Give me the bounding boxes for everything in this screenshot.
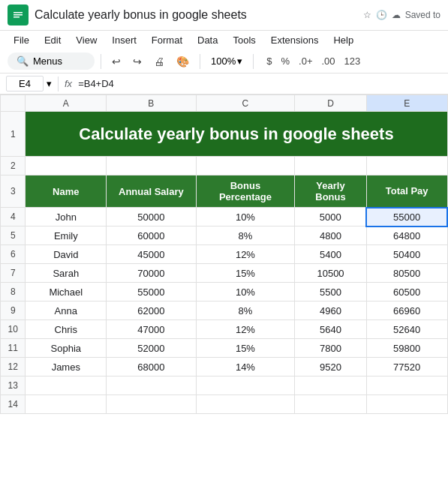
cell-a14[interactable]: [26, 395, 107, 414]
cell-c2[interactable]: [196, 157, 295, 176]
spreadsheet-title[interactable]: Calculate yearly bonus in google sheets: [26, 112, 447, 157]
col-total-header[interactable]: Total Pay: [366, 176, 447, 208]
col-header-b[interactable]: B: [107, 95, 197, 112]
row-header-1[interactable]: 1: [1, 112, 26, 157]
cell-a2[interactable]: [26, 157, 107, 176]
cell-b13[interactable]: [107, 376, 197, 395]
cloud-icon[interactable]: ☁: [392, 10, 401, 20]
row-header-5[interactable]: 5: [1, 226, 26, 245]
row-header-10[interactable]: 10: [1, 320, 26, 339]
col-name-header[interactable]: Name: [26, 176, 107, 208]
formula-input[interactable]: =B4+D4: [78, 78, 442, 89]
cell-name-3[interactable]: Sarah: [26, 264, 107, 283]
row-header-3[interactable]: 3: [1, 176, 26, 208]
menu-help[interactable]: Help: [327, 32, 359, 48]
row-header-6[interactable]: 6: [1, 245, 26, 264]
col-header-a[interactable]: A: [26, 95, 107, 112]
menu-view[interactable]: View: [70, 32, 103, 48]
row-header-14[interactable]: 14: [1, 395, 26, 414]
cell-bonus-5[interactable]: 8%: [196, 302, 295, 320]
cell-b14[interactable]: [107, 395, 197, 414]
col-salary-header[interactable]: Annual Salary: [107, 176, 197, 208]
col-header-d[interactable]: D: [295, 95, 367, 112]
cell-bonus-3[interactable]: 15%: [196, 264, 295, 283]
cell-yearly-2[interactable]: 5400: [295, 245, 367, 264]
row-header-9[interactable]: 9: [1, 302, 26, 320]
cell-bonus-6[interactable]: 12%: [196, 320, 295, 339]
cell-a13[interactable]: [26, 376, 107, 395]
cell-name-7[interactable]: Sophia: [26, 339, 107, 358]
cell-name-1[interactable]: Emily: [26, 226, 107, 245]
cell-total-2[interactable]: 50400: [366, 245, 447, 264]
cell-e14[interactable]: [366, 395, 447, 414]
cell-total-3[interactable]: 80500: [366, 264, 447, 283]
menu-insert[interactable]: Insert: [106, 32, 143, 48]
cell-yearly-8[interactable]: 9520: [295, 358, 367, 376]
cell-e2[interactable]: [366, 157, 447, 176]
paint-format-button[interactable]: 🎨: [172, 53, 194, 70]
redo-button[interactable]: ↪: [128, 53, 146, 70]
dec-increase-button[interactable]: .0+: [295, 53, 316, 69]
cell-name-0[interactable]: John: [26, 208, 107, 226]
cell-ref-dropdown[interactable]: ▾: [47, 78, 52, 89]
menu-tools[interactable]: Tools: [227, 32, 261, 48]
cell-salary-7[interactable]: 52000: [107, 339, 197, 358]
cell-bonus-0[interactable]: 10%: [196, 208, 295, 226]
row-header-2[interactable]: 2: [1, 157, 26, 176]
row-header-13[interactable]: 13: [1, 376, 26, 395]
cell-total-6[interactable]: 52640: [366, 320, 447, 339]
cell-yearly-1[interactable]: 4800: [295, 226, 367, 245]
cell-yearly-6[interactable]: 5640: [295, 320, 367, 339]
menus-search[interactable]: 🔍: [8, 52, 95, 70]
row-header-7[interactable]: 7: [1, 264, 26, 283]
history-icon[interactable]: 🕒: [376, 10, 387, 20]
cell-bonus-4[interactable]: 10%: [196, 283, 295, 302]
star-icon[interactable]: ☆: [363, 10, 371, 20]
cell-d2[interactable]: [295, 157, 367, 176]
cell-total-7[interactable]: 59800: [366, 339, 447, 358]
cell-bonus-1[interactable]: 8%: [196, 226, 295, 245]
dec-decrease-button[interactable]: .00: [317, 53, 338, 69]
cell-ref-box[interactable]: E4: [6, 76, 44, 92]
menu-data[interactable]: Data: [191, 32, 224, 48]
cell-total-4[interactable]: 60500: [366, 283, 447, 302]
row-header-12[interactable]: 12: [1, 358, 26, 376]
cell-name-8[interactable]: James: [26, 358, 107, 376]
print-button[interactable]: 🖨: [149, 53, 169, 70]
menu-format[interactable]: Format: [146, 32, 188, 48]
cell-yearly-7[interactable]: 7800: [295, 339, 367, 358]
menu-file[interactable]: File: [8, 32, 35, 48]
col-bonus-header[interactable]: BonusPercentage: [196, 176, 295, 208]
zoom-control[interactable]: 100% ▾: [206, 53, 247, 69]
cell-total-8[interactable]: 77520: [366, 358, 447, 376]
cell-salary-4[interactable]: 55000: [107, 283, 197, 302]
cell-total-0[interactable]: 55000: [366, 208, 447, 226]
col-header-e[interactable]: E: [366, 95, 447, 112]
row-header-4[interactable]: 4: [1, 208, 26, 226]
col-yearly-header[interactable]: YearlyBonus: [295, 176, 367, 208]
cell-yearly-0[interactable]: 5000: [295, 208, 367, 226]
currency-button[interactable]: $: [263, 53, 275, 69]
cell-name-6[interactable]: Chris: [26, 320, 107, 339]
cell-salary-5[interactable]: 62000: [107, 302, 197, 320]
cell-total-5[interactable]: 66960: [366, 302, 447, 320]
cell-yearly-4[interactable]: 5500: [295, 283, 367, 302]
cell-e13[interactable]: [366, 376, 447, 395]
menu-extensions[interactable]: Extensions: [265, 32, 325, 48]
cell-bonus-2[interactable]: 12%: [196, 245, 295, 264]
menus-input[interactable]: [33, 56, 86, 67]
cell-bonus-7[interactable]: 15%: [196, 339, 295, 358]
cell-salary-6[interactable]: 47000: [107, 320, 197, 339]
cell-salary-1[interactable]: 60000: [107, 226, 197, 245]
doc-title[interactable]: Calculate yearly bonus in google sheets: [35, 8, 357, 22]
undo-button[interactable]: ↩: [107, 53, 125, 70]
cell-salary-3[interactable]: 70000: [107, 264, 197, 283]
cell-d14[interactable]: [295, 395, 367, 414]
cell-c14[interactable]: [196, 395, 295, 414]
more-formats-button[interactable]: 123: [341, 53, 365, 69]
cell-salary-0[interactable]: 50000: [107, 208, 197, 226]
col-header-c[interactable]: C: [196, 95, 295, 112]
cell-yearly-3[interactable]: 10500: [295, 264, 367, 283]
cell-name-4[interactable]: Michael: [26, 283, 107, 302]
cell-salary-2[interactable]: 45000: [107, 245, 197, 264]
